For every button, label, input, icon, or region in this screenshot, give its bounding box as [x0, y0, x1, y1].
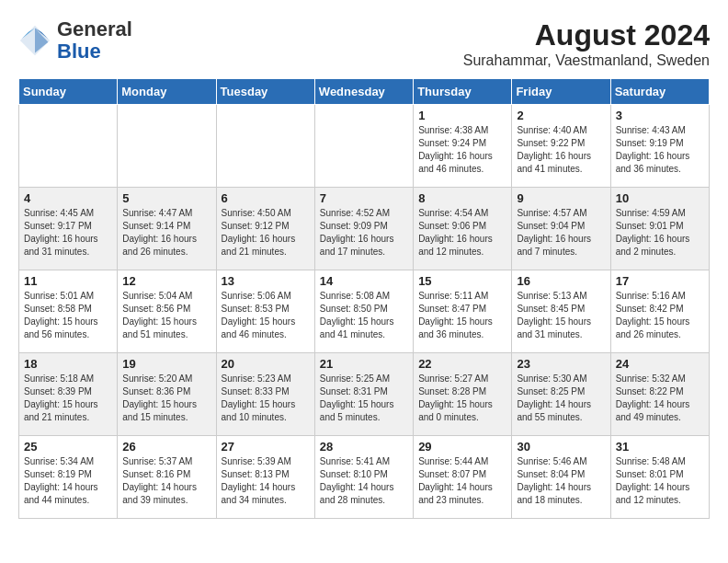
day-info: Sunrise: 5:44 AM Sunset: 8:07 PM Dayligh… — [418, 455, 506, 507]
day-info: Sunrise: 4:57 AM Sunset: 9:04 PM Dayligh… — [517, 207, 605, 259]
page-header: General Blue August 2024 Surahammar, Vae… — [18, 18, 710, 69]
day-header-thursday: Thursday — [414, 79, 512, 105]
day-info: Sunrise: 5:16 AM Sunset: 8:42 PM Dayligh… — [616, 290, 704, 341]
calendar-cell: 15Sunrise: 5:11 AM Sunset: 8:47 PM Dayli… — [414, 270, 512, 353]
day-number: 22 — [418, 357, 506, 371]
calendar-week-1: 1Sunrise: 4:38 AM Sunset: 9:24 PM Daylig… — [19, 105, 710, 188]
calendar-cell — [118, 105, 216, 188]
page-title: August 2024 — [463, 18, 710, 52]
logo-icon — [18, 24, 51, 57]
day-info: Sunrise: 4:54 AM Sunset: 9:06 PM Dayligh… — [418, 207, 506, 259]
day-number: 5 — [122, 191, 210, 205]
day-number: 3 — [616, 109, 704, 122]
calendar-cell: 3Sunrise: 4:43 AM Sunset: 9:19 PM Daylig… — [610, 105, 709, 188]
calendar-cell: 16Sunrise: 5:13 AM Sunset: 8:45 PM Dayli… — [512, 270, 610, 353]
day-info: Sunrise: 5:18 AM Sunset: 8:39 PM Dayligh… — [24, 373, 112, 424]
day-number: 20 — [222, 357, 310, 371]
calendar-week-3: 11Sunrise: 5:01 AM Sunset: 8:58 PM Dayli… — [19, 270, 710, 353]
day-number: 2 — [517, 109, 605, 122]
calendar-body: 1Sunrise: 4:38 AM Sunset: 9:24 PM Daylig… — [19, 105, 710, 519]
day-number: 14 — [320, 274, 408, 288]
day-info: Sunrise: 4:40 AM Sunset: 9:22 PM Dayligh… — [517, 124, 605, 176]
calendar-cell: 12Sunrise: 5:04 AM Sunset: 8:56 PM Dayli… — [118, 270, 216, 353]
calendar-cell: 25Sunrise: 5:34 AM Sunset: 8:19 PM Dayli… — [19, 436, 118, 519]
calendar-cell — [19, 105, 118, 188]
day-info: Sunrise: 5:20 AM Sunset: 8:36 PM Dayligh… — [122, 373, 210, 424]
day-info: Sunrise: 5:01 AM Sunset: 8:58 PM Dayligh… — [24, 290, 112, 341]
calendar-week-5: 25Sunrise: 5:34 AM Sunset: 8:19 PM Dayli… — [19, 436, 710, 519]
page-subtitle: Surahammar, Vaestmanland, Sweden — [463, 52, 710, 69]
day-number: 26 — [122, 440, 210, 454]
day-number: 16 — [517, 274, 605, 288]
logo: General Blue — [18, 18, 132, 63]
day-info: Sunrise: 4:47 AM Sunset: 9:14 PM Dayligh… — [122, 207, 210, 259]
calendar-week-4: 18Sunrise: 5:18 AM Sunset: 8:39 PM Dayli… — [19, 353, 710, 436]
calendar-cell: 14Sunrise: 5:08 AM Sunset: 8:50 PM Dayli… — [314, 270, 413, 353]
day-info: Sunrise: 4:59 AM Sunset: 9:01 PM Dayligh… — [616, 207, 704, 259]
calendar-cell: 4Sunrise: 4:45 AM Sunset: 9:17 PM Daylig… — [19, 188, 118, 270]
day-number: 23 — [517, 357, 605, 371]
day-info: Sunrise: 4:52 AM Sunset: 9:09 PM Dayligh… — [320, 207, 408, 259]
calendar-cell: 21Sunrise: 5:25 AM Sunset: 8:31 PM Dayli… — [314, 353, 413, 436]
day-number: 18 — [24, 357, 112, 371]
calendar-cell: 23Sunrise: 5:30 AM Sunset: 8:25 PM Dayli… — [512, 353, 610, 436]
calendar-cell: 31Sunrise: 5:48 AM Sunset: 8:01 PM Dayli… — [610, 436, 709, 519]
day-number: 8 — [418, 191, 506, 205]
calendar-cell: 20Sunrise: 5:23 AM Sunset: 8:33 PM Dayli… — [216, 353, 314, 436]
svg-marker-1 — [35, 29, 48, 53]
calendar-cell: 22Sunrise: 5:27 AM Sunset: 8:28 PM Dayli… — [414, 353, 512, 436]
day-info: Sunrise: 5:32 AM Sunset: 8:22 PM Dayligh… — [616, 373, 704, 424]
calendar-cell: 9Sunrise: 4:57 AM Sunset: 9:04 PM Daylig… — [512, 188, 610, 270]
day-number: 1 — [418, 109, 506, 122]
day-number: 12 — [122, 274, 210, 288]
calendar-cell: 5Sunrise: 4:47 AM Sunset: 9:14 PM Daylig… — [118, 188, 216, 270]
calendar-cell: 18Sunrise: 5:18 AM Sunset: 8:39 PM Dayli… — [19, 353, 118, 436]
day-info: Sunrise: 5:30 AM Sunset: 8:25 PM Dayligh… — [517, 373, 605, 424]
day-header-saturday: Saturday — [610, 79, 709, 105]
day-number: 25 — [24, 440, 112, 454]
day-number: 10 — [616, 191, 704, 205]
calendar-header-row: SundayMondayTuesdayWednesdayThursdayFrid… — [19, 79, 710, 105]
day-info: Sunrise: 5:11 AM Sunset: 8:47 PM Dayligh… — [418, 290, 506, 341]
calendar-cell: 11Sunrise: 5:01 AM Sunset: 8:58 PM Dayli… — [19, 270, 118, 353]
day-info: Sunrise: 5:48 AM Sunset: 8:01 PM Dayligh… — [616, 455, 704, 507]
calendar-cell: 26Sunrise: 5:37 AM Sunset: 8:16 PM Dayli… — [118, 436, 216, 519]
day-number: 17 — [616, 274, 704, 288]
calendar-cell: 7Sunrise: 4:52 AM Sunset: 9:09 PM Daylig… — [314, 188, 413, 270]
day-info: Sunrise: 4:38 AM Sunset: 9:24 PM Dayligh… — [418, 124, 506, 176]
day-info: Sunrise: 5:39 AM Sunset: 8:13 PM Dayligh… — [222, 455, 310, 507]
day-number: 24 — [616, 357, 704, 371]
day-number: 28 — [320, 440, 408, 454]
calendar-cell: 28Sunrise: 5:41 AM Sunset: 8:10 PM Dayli… — [314, 436, 413, 519]
day-header-friday: Friday — [512, 79, 610, 105]
day-info: Sunrise: 5:25 AM Sunset: 8:31 PM Dayligh… — [320, 373, 408, 424]
calendar-table: SundayMondayTuesdayWednesdayThursdayFrid… — [18, 78, 710, 519]
calendar-cell: 29Sunrise: 5:44 AM Sunset: 8:07 PM Dayli… — [414, 436, 512, 519]
day-number: 19 — [122, 357, 210, 371]
day-number: 27 — [222, 440, 310, 454]
day-number: 11 — [24, 274, 112, 288]
day-number: 31 — [616, 440, 704, 454]
day-info: Sunrise: 5:27 AM Sunset: 8:28 PM Dayligh… — [418, 373, 506, 424]
day-info: Sunrise: 5:41 AM Sunset: 8:10 PM Dayligh… — [320, 455, 408, 507]
calendar-cell: 27Sunrise: 5:39 AM Sunset: 8:13 PM Dayli… — [216, 436, 314, 519]
calendar-cell: 17Sunrise: 5:16 AM Sunset: 8:42 PM Dayli… — [610, 270, 709, 353]
day-info: Sunrise: 5:46 AM Sunset: 8:04 PM Dayligh… — [517, 455, 605, 507]
calendar-cell: 13Sunrise: 5:06 AM Sunset: 8:53 PM Dayli… — [216, 270, 314, 353]
logo-text: General Blue — [57, 18, 132, 63]
calendar-cell — [216, 105, 314, 188]
day-info: Sunrise: 4:50 AM Sunset: 9:12 PM Dayligh… — [222, 207, 310, 259]
day-info: Sunrise: 5:37 AM Sunset: 8:16 PM Dayligh… — [122, 455, 210, 507]
day-number: 29 — [418, 440, 506, 454]
calendar-cell: 8Sunrise: 4:54 AM Sunset: 9:06 PM Daylig… — [414, 188, 512, 270]
calendar-cell: 24Sunrise: 5:32 AM Sunset: 8:22 PM Dayli… — [610, 353, 709, 436]
day-number: 7 — [320, 191, 408, 205]
calendar-cell: 6Sunrise: 4:50 AM Sunset: 9:12 PM Daylig… — [216, 188, 314, 270]
day-number: 9 — [517, 191, 605, 205]
day-header-sunday: Sunday — [19, 79, 118, 105]
day-info: Sunrise: 5:13 AM Sunset: 8:45 PM Dayligh… — [517, 290, 605, 341]
calendar-cell — [314, 105, 413, 188]
title-block: August 2024 Surahammar, Vaestmanland, Sw… — [463, 18, 710, 69]
calendar-cell: 2Sunrise: 4:40 AM Sunset: 9:22 PM Daylig… — [512, 105, 610, 188]
calendar-week-2: 4Sunrise: 4:45 AM Sunset: 9:17 PM Daylig… — [19, 188, 710, 270]
